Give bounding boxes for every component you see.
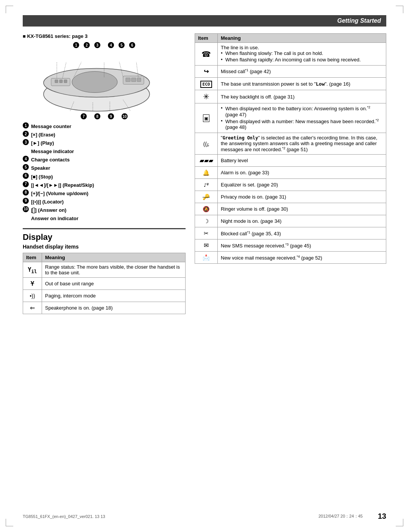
meaning-cell-signal: Range status: The more bars visible, the… xyxy=(42,262,186,278)
feature-item-3: 3 [►] (Play) xyxy=(23,139,186,147)
feature-label-9: [(•))] (Locator) xyxy=(31,198,64,206)
meaning-cell-missed: Missed call*1 (page 42) xyxy=(218,66,386,78)
num-1: 1 xyxy=(73,42,79,48)
icon-greeting: ((ᵹ xyxy=(203,141,209,147)
corner-mark-tl xyxy=(6,6,13,13)
num-2: 2 xyxy=(84,42,90,48)
meaning-cell-greeting: "Greeting Only" is selected as the calle… xyxy=(218,133,386,154)
icon-cell-out-of-range: Y xyxy=(23,278,42,290)
page-number: 13 xyxy=(378,512,386,521)
table-row: 🔔 Alarm is on. (page 33) xyxy=(195,167,386,179)
icon-cell-paging: •)) xyxy=(23,290,42,302)
num-10: 10 xyxy=(122,113,128,119)
footer-right: 2012/04/27 20：24：45 xyxy=(318,513,363,519)
kx-heading: ■ KX-TG8561 series: page 3 xyxy=(23,33,186,39)
icon-alarm: 🔔 xyxy=(203,169,210,176)
section-divider xyxy=(23,228,186,229)
feature-item-2: 2 [×] (Erase) xyxy=(23,131,186,139)
meaning-cell-voicemail: New voice mail message received.*4 (page… xyxy=(218,252,386,264)
feature-label-4: Charge contacts xyxy=(31,156,70,164)
table-row: ▣ When displayed next to the battery ico… xyxy=(195,103,386,133)
svg-rect-10 xyxy=(137,78,141,82)
feature-item-4: 4 Charge contacts xyxy=(23,156,186,164)
icon-cell-privacy: 🔑 xyxy=(195,191,218,203)
icon-cell-block: ✂ xyxy=(195,227,218,239)
icon-cell-speaker: ⇐ xyxy=(23,302,42,314)
right-table-header-meaning: Meaning xyxy=(218,34,386,43)
small-display-table: Item Meaning Yil Range status: The more … xyxy=(23,253,186,314)
icon-cell-signal: Yil xyxy=(23,262,42,278)
device-svg xyxy=(36,50,157,120)
table-row: ✳ The key backlight is off. (page 31) xyxy=(195,90,386,103)
icon-cell-night: ☽ xyxy=(195,215,218,227)
icon-phone: ☎ xyxy=(201,50,211,58)
icon-night: ☽ xyxy=(204,218,209,224)
small-table-header-meaning: Meaning xyxy=(42,253,186,262)
icon-cell-battery: ▰▰▰ xyxy=(195,155,218,167)
icon-cell-cassette: ▣ xyxy=(195,103,218,133)
page-container: Getting Started ■ KX-TG8561 series: page… xyxy=(0,0,409,532)
icon-cell-sms: ✉ xyxy=(195,239,218,252)
icon-cell-missed: ↪ xyxy=(195,66,218,78)
num-7: 7 xyxy=(81,113,87,119)
left-column: ■ KX-TG8561 series: page 3 1 2 3 4 5 6 xyxy=(23,33,186,314)
feature-item-7: 7 [|◄◄]/[►►|] (Repeat/Skip) xyxy=(23,181,186,189)
feature-label-10-sub: Answer on indicator xyxy=(31,214,78,223)
main-layout: ■ KX-TG8561 series: page 3 1 2 3 4 5 6 xyxy=(23,33,386,314)
table-row: ECO The base unit transmission power is … xyxy=(195,78,386,90)
right-column: Item Meaning ☎ The line is in use. When xyxy=(195,33,386,264)
svg-rect-9 xyxy=(131,78,136,82)
corner-mark-tr xyxy=(396,6,403,13)
icon-out-of-range: Y xyxy=(31,280,34,287)
feature-label-2: [×] (Erase) xyxy=(31,131,55,139)
feature-label-3-sub: Message indicator xyxy=(31,147,74,156)
icon-cell-backlight: ✳ xyxy=(195,90,218,103)
icon-cell-alarm: 🔔 xyxy=(195,167,218,179)
num-badge-6: 6 xyxy=(23,173,29,179)
meaning-cell-sms: New SMS message received.*3 (page 45) xyxy=(218,239,386,252)
icon-signal: Yil xyxy=(28,266,37,273)
icon-cell-eq: ♪ψ xyxy=(195,179,218,191)
meaning-cell-eq: Equalizer is set. (page 20) xyxy=(218,179,386,191)
table-row: ✂ Blocked call*1 (page 35, 43) xyxy=(195,227,386,239)
num-badge-5: 5 xyxy=(23,164,29,170)
icon-privacy: 🔑 xyxy=(203,194,210,200)
feature-item-10: 10 [] (Answer on) xyxy=(23,206,186,214)
meaning-cell-night: Night mode is on. (page 34) xyxy=(218,215,386,227)
table-row: ☎ The line is in use. When flashing slow… xyxy=(195,43,386,66)
table-row: ((ᵹ "Greeting Only" is selected as the c… xyxy=(195,133,386,154)
num-badge-9: 9 xyxy=(23,198,29,204)
icon-backlight: ✳ xyxy=(203,92,209,101)
table-row: 📩 New voice mail message received.*4 (pa… xyxy=(195,252,386,264)
meaning-cell-battery: Battery level xyxy=(218,155,386,167)
meaning-cell-paging: Paging, intercom mode xyxy=(42,290,186,302)
page-title: Getting Started xyxy=(337,17,381,24)
icon-cell-eco: ECO xyxy=(195,78,218,90)
icon-paging: •)) xyxy=(30,293,35,299)
icon-eq: ♪ψ xyxy=(204,182,209,188)
num-badge-4: 4 xyxy=(23,156,29,162)
num-badge-8: 8 xyxy=(23,189,29,196)
feature-item-9: 9 [(•))] (Locator) xyxy=(23,198,186,206)
num-badge-10: 10 xyxy=(23,206,29,212)
icon-cell-phone: ☎ xyxy=(195,43,218,66)
icon-speaker: ⇐ xyxy=(30,305,35,311)
table-row: Y Out of base unit range xyxy=(23,278,186,290)
meaning-cell-backlight: The key backlight is off. (page 31) xyxy=(218,90,386,103)
feature-item-10-sub: Answer on indicator xyxy=(23,214,186,223)
meaning-cell-speaker: Speakerphone is on. (page 18) xyxy=(42,302,186,314)
meaning-cell-eco: The base unit transmission power is set … xyxy=(218,78,386,90)
meaning-cell-phone: The line is in use. When flashing slowly… xyxy=(218,43,386,66)
feature-item-8: 8 [+]/[−] (Volume up/down) xyxy=(23,189,186,198)
icon-ringer: 🔕 xyxy=(203,206,210,212)
meaning-cell-out-of-range: Out of base unit range xyxy=(42,278,186,290)
num-badge-3: 3 xyxy=(23,139,29,145)
svg-point-2 xyxy=(72,72,117,93)
feature-label-1: Message counter xyxy=(31,122,71,131)
page-footer: TG8551_61FX_(en-en)_0427_ver021. 13 13 2… xyxy=(0,512,409,521)
feature-label-10: [] (Answer on) xyxy=(31,206,66,214)
svg-rect-6 xyxy=(64,80,67,83)
svg-rect-4 xyxy=(55,80,58,83)
num-badge-2: 2 xyxy=(23,131,29,137)
table-row: ↪ Missed call*1 (page 42) xyxy=(195,66,386,78)
